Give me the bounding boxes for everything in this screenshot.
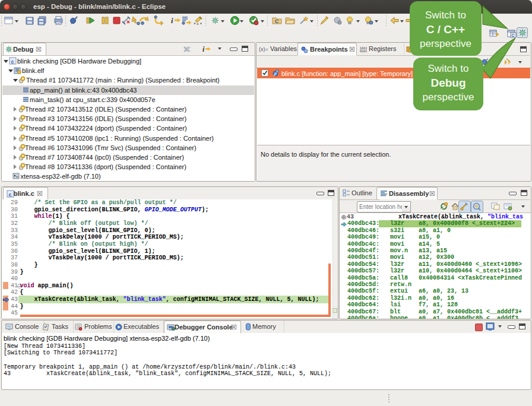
svg-text:c: c: [9, 192, 12, 198]
